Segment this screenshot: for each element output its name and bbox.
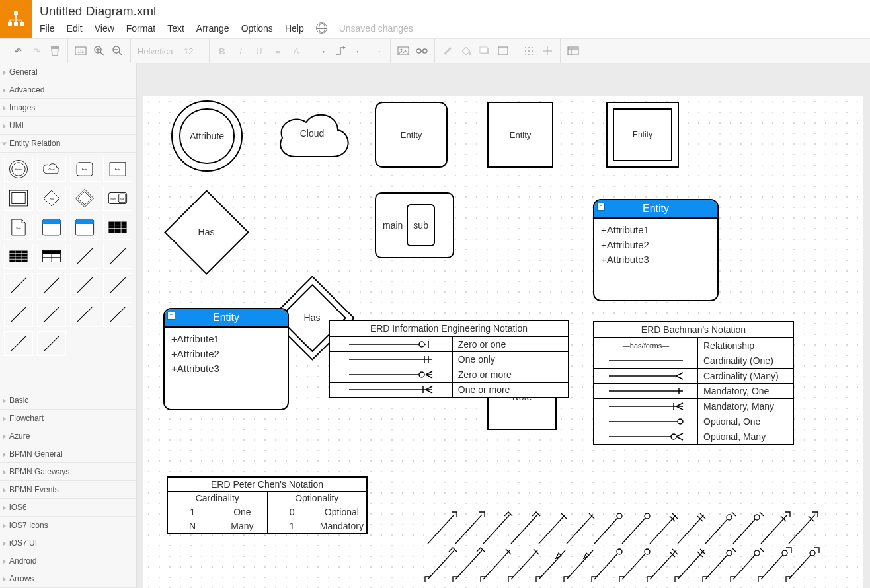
- layout-panel-button[interactable]: [567, 44, 579, 57]
- svg-line-106: [539, 550, 565, 579]
- thumb-line10[interactable]: [103, 302, 132, 327]
- shape-entity-double[interactable]: Entity: [606, 102, 679, 168]
- menu-text[interactable]: Text: [167, 23, 184, 34]
- sidebar-section-ios7-ui[interactable]: iOS7 UI: [0, 534, 136, 552]
- delete-button[interactable]: [49, 44, 61, 57]
- font-color-button[interactable]: A: [290, 44, 302, 57]
- thumb-line5[interactable]: [70, 273, 99, 298]
- sidebar-section-bpmn-events[interactable]: BPMN Events: [0, 481, 136, 499]
- thumb-line4[interactable]: [37, 273, 66, 298]
- thumb-line8[interactable]: [37, 302, 66, 327]
- arrow-right-icon[interactable]: →: [372, 44, 383, 57]
- thumb-entity-rounded[interactable]: Entity: [70, 157, 99, 182]
- grid-dots-button[interactable]: [523, 44, 535, 57]
- svg-line-73: [455, 515, 482, 544]
- menu-format[interactable]: Format: [126, 23, 155, 34]
- actual-size-button[interactable]: 1:1: [75, 44, 87, 57]
- sidebar-section-images[interactable]: Images: [0, 99, 136, 117]
- shape-attribute[interactable]: Attribute: [171, 100, 243, 172]
- shape-has-diamond[interactable]: Has: [163, 189, 249, 275]
- sidebar-section-bpmn-gateways[interactable]: BPMN Gateways: [0, 463, 136, 481]
- collapse-icon[interactable]: −: [167, 312, 175, 320]
- shape-entity-rect[interactable]: Entity: [487, 102, 553, 168]
- menu-edit[interactable]: Edit: [67, 23, 83, 34]
- connector-samples[interactable]: [421, 509, 870, 582]
- link-button[interactable]: [416, 44, 428, 57]
- thumb-entity-blue[interactable]: [37, 215, 66, 240]
- thumb-has-diamond[interactable]: Has: [37, 186, 66, 211]
- sidebar-section-android[interactable]: Android: [0, 552, 136, 570]
- canvas[interactable]: Attribute Cloud Entity Entity Entity Ha: [143, 96, 863, 588]
- thumb-entity-blue2[interactable]: [70, 215, 99, 240]
- menu-arrange[interactable]: Arrange: [196, 23, 229, 34]
- thumb-table-dark[interactable]: [103, 215, 132, 240]
- stroke-color-button[interactable]: [442, 44, 454, 57]
- bold-button[interactable]: B: [216, 44, 228, 57]
- connector-straight-icon[interactable]: →: [316, 44, 328, 57]
- menu-view[interactable]: View: [95, 23, 114, 34]
- canvas-area[interactable]: Attribute Cloud Entity Entity Entity Ha: [137, 63, 870, 588]
- thumb-line2[interactable]: [103, 244, 132, 269]
- shape-mainsub[interactable]: main sub: [375, 192, 454, 258]
- svg-line-107: [567, 550, 593, 579]
- thumb-line1[interactable]: [70, 244, 99, 269]
- bachman-notation-table[interactable]: ERD Bachman's Notation —has/forms—Relati…: [593, 321, 794, 445]
- underline-button[interactable]: U: [253, 44, 265, 57]
- menu-file[interactable]: File: [40, 23, 55, 34]
- sidebar-section-flowchart[interactable]: Flowchart: [0, 410, 136, 427]
- shape-entity-rounded[interactable]: Entity: [375, 102, 448, 168]
- zoom-out-button[interactable]: [112, 44, 124, 57]
- thumb-table2[interactable]: [37, 244, 66, 269]
- sidebar-section-arrows[interactable]: Arrows: [0, 570, 136, 588]
- sidebar-section-ios6[interactable]: iOS6: [0, 499, 136, 517]
- thumb-entity-double[interactable]: [4, 186, 33, 211]
- collapse-icon[interactable]: −: [597, 203, 605, 211]
- thumb-line7[interactable]: [4, 302, 33, 327]
- sidebar-section-general[interactable]: General: [0, 63, 136, 81]
- sidebar-section-bpmn-general[interactable]: BPMN General: [0, 445, 136, 463]
- thumb-mainsub[interactable]: mainsub: [103, 186, 132, 211]
- svg-line-93: [733, 519, 756, 544]
- grid-cross-button[interactable]: [541, 44, 553, 57]
- sidebar-section-basic[interactable]: Basic: [0, 392, 136, 410]
- shape-entity-card-2[interactable]: −Entity +Attribute1 +Attribute2 +Attribu…: [163, 308, 289, 410]
- align-button[interactable]: ≡: [272, 44, 284, 57]
- language-icon[interactable]: [316, 22, 327, 34]
- menu-help[interactable]: Help: [285, 23, 304, 34]
- thumb-table-dark2[interactable]: [4, 244, 33, 269]
- thumb-has-double-diamond[interactable]: [70, 186, 99, 211]
- thumb-attribute[interactable]: Attribute: [4, 157, 33, 182]
- thumb-entity-rect[interactable]: Entity: [103, 157, 132, 182]
- menu-options[interactable]: Options: [241, 23, 273, 34]
- zoom-in-button[interactable]: [93, 44, 105, 57]
- thumb-line11[interactable]: [4, 331, 33, 356]
- font-size-select[interactable]: 12: [184, 46, 202, 56]
- thumb-line9[interactable]: [70, 302, 99, 327]
- ie-notation-table[interactable]: ERD Information Engineering Notation Zer…: [329, 320, 569, 398]
- connector-elbow-icon[interactable]: [335, 44, 346, 57]
- redo-button[interactable]: ↷: [30, 44, 42, 57]
- sidebar-section-ios7-icons[interactable]: iOS7 Icons: [0, 517, 136, 534]
- thumb-line12[interactable]: [37, 331, 66, 356]
- sidebar-section-uml[interactable]: UML: [0, 117, 136, 135]
- sidebar-section-azure[interactable]: Azure: [0, 427, 136, 445]
- thumb-note[interactable]: Note: [4, 215, 33, 240]
- shape-cloud[interactable]: Cloud: [272, 100, 352, 166]
- fill-color-button[interactable]: [460, 44, 472, 57]
- thumb-line6[interactable]: [103, 273, 132, 298]
- sidebar-section-entity-relation[interactable]: Entity Relation: [0, 135, 136, 153]
- document-title[interactable]: Untitled Diagram.xml: [40, 4, 413, 18]
- sidebar-section-advanced[interactable]: Advanced: [0, 81, 136, 99]
- image-button[interactable]: [397, 44, 409, 57]
- app-logo[interactable]: [0, 0, 32, 38]
- shadow-button[interactable]: [479, 44, 491, 57]
- undo-button[interactable]: ↶: [12, 44, 24, 57]
- shape-entity-card-1[interactable]: −Entity +Attribute1 +Attribute2 +Attribu…: [593, 199, 719, 301]
- thumb-cloud[interactable]: Cloud: [37, 157, 66, 182]
- italic-button[interactable]: I: [235, 44, 247, 57]
- shape-style-button[interactable]: [497, 44, 509, 57]
- font-family-select[interactable]: Helvetica: [138, 46, 177, 56]
- chen-notation-table[interactable]: ERD Peter Chen's Notation CardinalityOpt…: [167, 476, 368, 534]
- arrow-left-icon[interactable]: ←: [353, 44, 365, 57]
- thumb-line3[interactable]: [4, 273, 33, 298]
